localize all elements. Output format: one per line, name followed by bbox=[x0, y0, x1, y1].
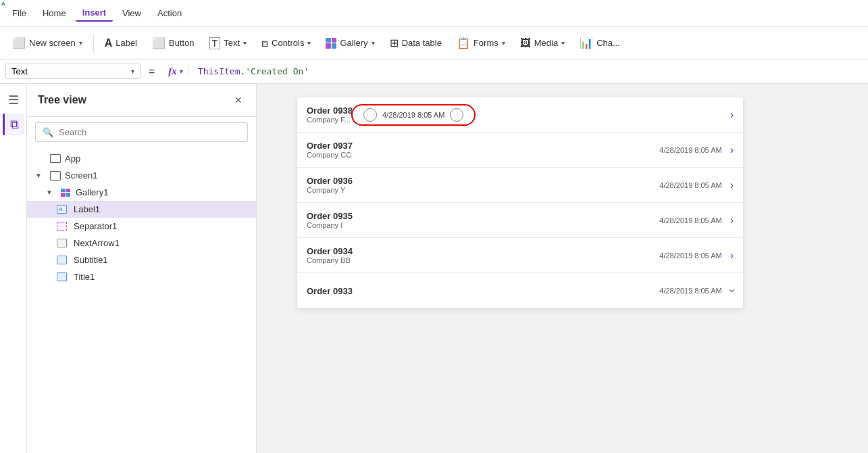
text-btn-label: Text bbox=[224, 38, 240, 48]
gallery-button[interactable]: Gallery ▾ bbox=[319, 34, 381, 52]
screen1-expand-icon: ▼ bbox=[35, 172, 46, 179]
formula-eq-symbol: = bbox=[145, 66, 159, 78]
tree-item-nextarrow1[interactable]: NextArrow1 bbox=[27, 235, 256, 252]
hamburger-menu-icon[interactable]: ☰ bbox=[3, 89, 24, 111]
screen1-icon bbox=[50, 171, 61, 181]
row-0936-arrow: › bbox=[730, 179, 734, 191]
gallery-row-0938[interactable]: Order 0938 Company F... 4/28/2019 8:05 A… bbox=[297, 97, 743, 133]
row-0934-main: Order 0934 Company BB bbox=[307, 246, 659, 264]
controls-chevron: ▾ bbox=[307, 39, 311, 47]
media-button[interactable]: 🖼 Media ▾ bbox=[513, 34, 571, 53]
gallery-row-0933[interactable]: Order 0933 4/28/2019 8:05 AM › bbox=[297, 273, 743, 308]
tree-item-label1[interactable]: A Label1 bbox=[27, 201, 256, 218]
tree-title: Tree view bbox=[38, 94, 86, 106]
forms-icon: 📋 bbox=[457, 37, 470, 49]
media-btn-label: Media bbox=[534, 38, 558, 48]
tree-item-label1-label: Label1 bbox=[74, 204, 100, 214]
subtitle1-icon: A bbox=[57, 256, 67, 264]
toolbar: ⬜ New screen ▾ A Label ⬜ Button T Text ▾… bbox=[0, 27, 868, 59]
tree-item-subtitle1-label: Subtitle1 bbox=[74, 255, 108, 265]
separator1-icon bbox=[57, 222, 67, 231]
row-0937-company: Company CC bbox=[307, 151, 659, 159]
tree-item-gallery1[interactable]: ▼ Gallery1 bbox=[27, 184, 256, 201]
tree-item-separator1[interactable]: Separator1 bbox=[27, 218, 256, 235]
charts-btn-label: Cha... bbox=[596, 38, 620, 48]
new-screen-chevron: ▾ bbox=[79, 39, 82, 47]
gallery-row-0934[interactable]: Order 0934 Company BB 4/28/2019 8:05 AM … bbox=[297, 238, 743, 273]
controls-btn-label: Controls bbox=[272, 38, 304, 48]
formula-selector[interactable]: Text ▾ bbox=[5, 64, 141, 79]
controls-button[interactable]: ⧈ Controls ▾ bbox=[255, 34, 317, 53]
button-icon: ⬜ bbox=[152, 37, 165, 49]
row-0935-arrow: › bbox=[730, 214, 734, 226]
new-screen-button[interactable]: ⬜ New screen ▾ bbox=[5, 33, 89, 53]
row-0935-date: 4/28/2019 8:05 AM bbox=[659, 216, 721, 224]
row-0937-main: Order 0937 Company CC bbox=[307, 141, 659, 159]
button-button[interactable]: ⬜ Button bbox=[145, 33, 201, 53]
formula-input-area[interactable]: ThisItem.'Created On' bbox=[193, 65, 863, 78]
new-screen-icon: ⬜ bbox=[12, 37, 26, 49]
media-icon: 🖼 bbox=[520, 37, 531, 49]
gallery-row-0937[interactable]: Order 0937 Company CC 4/28/2019 8:05 AM … bbox=[297, 133, 743, 168]
row-0934-date: 4/28/2019 8:05 AM bbox=[659, 252, 721, 260]
main-layout: ☰ ⧉ Tree view ✕ 🔍 App ▼ Screen1 bbox=[0, 84, 868, 453]
canvas-area: Order 0938 Company F... 4/28/2019 8:05 A… bbox=[257, 84, 868, 453]
label-btn-label: Label bbox=[116, 38, 137, 48]
row-0933-date: 4/28/2019 8:05 AM bbox=[659, 287, 721, 295]
tree-item-nextarrow1-label: NextArrow1 bbox=[74, 238, 120, 248]
tree-item-screen1[interactable]: ▼ Screen1 bbox=[27, 167, 256, 184]
data-table-icon: ⊞ bbox=[390, 37, 399, 49]
pill-circle-2 bbox=[450, 108, 463, 122]
gallery1-icon bbox=[61, 189, 70, 197]
tree-item-screen1-label: Screen1 bbox=[65, 170, 97, 181]
row-0936-date: 4/28/2019 8:05 AM bbox=[659, 181, 721, 189]
data-table-button[interactable]: ⊞ Data table bbox=[383, 33, 449, 53]
tree-item-separator1-label: Separator1 bbox=[74, 221, 117, 231]
menu-file[interactable]: File bbox=[5, 5, 33, 21]
menu-view[interactable]: View bbox=[116, 5, 148, 21]
controls-icon: ⧈ bbox=[261, 37, 268, 49]
forms-button[interactable]: 📋 Forms ▾ bbox=[450, 33, 512, 53]
menu-bar: File Home Insert View Action bbox=[0, 0, 868, 27]
row-0934-company: Company BB bbox=[307, 256, 659, 264]
tree-item-title1[interactable]: A Title1 bbox=[27, 268, 256, 285]
gallery-row-0935[interactable]: Order 0935 Company I 4/28/2019 8:05 AM › bbox=[297, 203, 743, 238]
text-button[interactable]: T Text ▾ bbox=[203, 34, 253, 53]
row-0938-arrow: › bbox=[730, 109, 734, 121]
charts-button[interactable]: 📊 Cha... bbox=[573, 33, 627, 53]
text-icon: T bbox=[209, 37, 221, 49]
gallery-row-0936[interactable]: Order 0936 Company Y 4/28/2019 8:05 AM › bbox=[297, 168, 743, 203]
row-0933-order: Order 0933 bbox=[307, 286, 659, 296]
tree-item-subtitle1[interactable]: A Subtitle1 bbox=[27, 252, 256, 268]
sidebar-icons: ☰ ⧉ bbox=[0, 84, 27, 453]
tree-close-button[interactable]: ✕ bbox=[232, 92, 245, 108]
row-0937-order: Order 0937 bbox=[307, 141, 659, 151]
row-0934-order: Order 0934 bbox=[307, 246, 659, 256]
forms-chevron: ▾ bbox=[502, 39, 505, 47]
nextarrow1-icon bbox=[57, 239, 67, 247]
media-chevron: ▾ bbox=[561, 39, 565, 47]
button-btn-label: Button bbox=[169, 38, 195, 48]
row-0936-main: Order 0936 Company Y bbox=[307, 176, 659, 194]
search-icon: 🔍 bbox=[43, 127, 53, 137]
formula-fx-area: fx ▾ bbox=[163, 66, 188, 77]
new-screen-label: New screen bbox=[29, 38, 76, 48]
tree-search-box[interactable]: 🔍 bbox=[35, 122, 248, 142]
row-0935-company: Company I bbox=[307, 221, 659, 229]
formula-bar: Text ▾ = fx ▾ ThisItem.'Created On' bbox=[0, 59, 868, 84]
menu-home[interactable]: Home bbox=[36, 5, 73, 21]
row-0937-arrow: › bbox=[730, 144, 734, 156]
label-icon: A bbox=[105, 37, 113, 49]
menu-insert[interactable]: Insert bbox=[76, 5, 113, 22]
tree-search-input[interactable] bbox=[59, 127, 240, 137]
row-0933-main: Order 0933 bbox=[307, 286, 659, 296]
charts-icon: 📊 bbox=[580, 37, 593, 49]
row-0936-order: Order 0936 bbox=[307, 176, 659, 186]
formula-content: ThisItem.'Created On' bbox=[198, 66, 309, 76]
tree-item-app[interactable]: App bbox=[27, 150, 256, 167]
menu-action[interactable]: Action bbox=[151, 5, 188, 21]
layers-icon[interactable]: ⧉ bbox=[3, 114, 24, 135]
gallery-chevron: ▾ bbox=[372, 39, 375, 47]
label-button[interactable]: A Label bbox=[98, 34, 144, 53]
toolbar-divider-1 bbox=[93, 34, 94, 53]
